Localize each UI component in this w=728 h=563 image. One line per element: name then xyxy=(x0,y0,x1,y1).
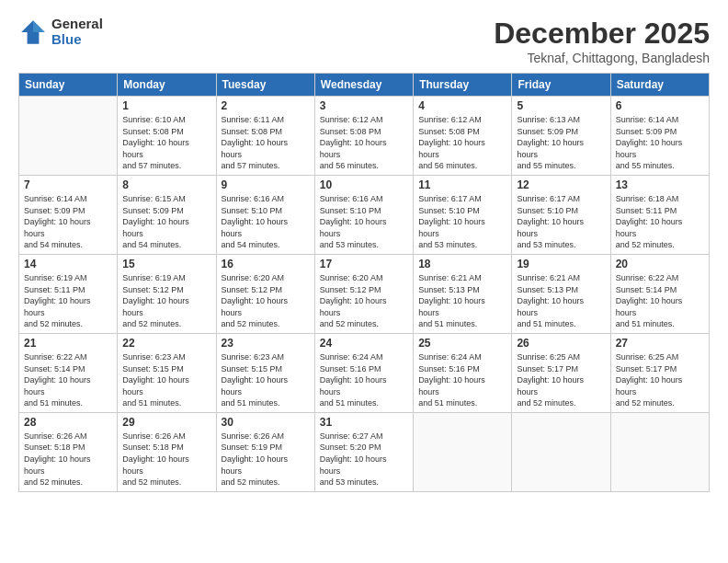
day-number: 31 xyxy=(320,416,408,429)
daylight-line2: and 57 minutes. xyxy=(122,161,181,170)
daylight-line1: Daylight: 10 hours hours xyxy=(122,296,189,317)
sunrise-text: Sunrise: 6:10 AM xyxy=(122,115,186,124)
day-info: Sunrise: 6:20 AMSunset: 5:12 PMDaylight:… xyxy=(222,272,310,330)
sunset-text: Sunset: 5:18 PM xyxy=(122,442,184,452)
day-info: Sunrise: 6:14 AMSunset: 5:09 PMDaylight:… xyxy=(24,193,112,251)
day-number: 25 xyxy=(418,337,506,350)
daylight-line1: Daylight: 10 hours hours xyxy=(517,296,584,317)
daylight-line1: Daylight: 10 hours hours xyxy=(616,375,683,396)
daylight-line1: Daylight: 10 hours hours xyxy=(222,138,289,159)
sunset-text: Sunset: 5:08 PM xyxy=(320,127,381,136)
daylight-line1: Daylight: 10 hours hours xyxy=(320,454,387,476)
sunrise-text: Sunrise: 6:25 AM xyxy=(616,352,679,362)
day-number: 5 xyxy=(517,99,605,112)
daylight-line2: and 56 minutes. xyxy=(418,161,477,170)
sunrise-text: Sunrise: 6:14 AM xyxy=(24,194,87,203)
sunrise-text: Sunrise: 6:21 AM xyxy=(517,273,580,282)
daylight-line1: Daylight: 10 hours hours xyxy=(320,217,387,238)
sunset-text: Sunset: 5:19 PM xyxy=(222,442,283,452)
logo-general-text: General xyxy=(51,17,103,32)
calendar-cell: 31Sunrise: 6:27 AMSunset: 5:20 PMDayligh… xyxy=(314,412,413,491)
daylight-line2: and 52 minutes. xyxy=(222,319,280,328)
sunset-text: Sunset: 5:09 PM xyxy=(517,127,578,136)
day-number: 28 xyxy=(24,416,112,429)
sunrise-text: Sunrise: 6:24 AM xyxy=(320,352,383,362)
daylight-line1: Daylight: 10 hours hours xyxy=(222,454,289,476)
daylight-line2: and 57 minutes. xyxy=(222,161,280,170)
sunset-text: Sunset: 5:14 PM xyxy=(616,285,677,294)
calendar-cell: 13Sunrise: 6:18 AMSunset: 5:11 PMDayligh… xyxy=(610,175,709,254)
daylight-line2: and 52 minutes. xyxy=(517,398,575,408)
logo-icon xyxy=(18,17,48,47)
day-info: Sunrise: 6:15 AMSunset: 5:09 PMDaylight:… xyxy=(122,193,210,251)
daylight-line2: and 51 minutes. xyxy=(418,319,477,328)
day-info: Sunrise: 6:25 AMSunset: 5:17 PMDaylight:… xyxy=(616,351,704,409)
sunset-text: Sunset: 5:13 PM xyxy=(517,285,578,294)
day-info: Sunrise: 6:10 AMSunset: 5:08 PMDaylight:… xyxy=(122,114,210,172)
day-info: Sunrise: 6:13 AMSunset: 5:09 PMDaylight:… xyxy=(517,114,605,172)
daylight-line1: Daylight: 10 hours hours xyxy=(616,138,683,159)
weekday-header-saturday: Saturday xyxy=(610,74,709,97)
sunrise-text: Sunrise: 6:17 AM xyxy=(418,194,482,203)
day-info: Sunrise: 6:20 AMSunset: 5:12 PMDaylight:… xyxy=(320,272,408,330)
day-number: 21 xyxy=(24,337,112,350)
daylight-line1: Daylight: 10 hours hours xyxy=(418,217,485,238)
daylight-line1: Daylight: 10 hours hours xyxy=(222,217,289,238)
sunset-text: Sunset: 5:13 PM xyxy=(418,285,480,294)
day-number: 13 xyxy=(616,178,704,191)
day-number: 10 xyxy=(320,178,408,191)
sunrise-text: Sunrise: 6:22 AM xyxy=(24,352,87,362)
daylight-line1: Daylight: 10 hours hours xyxy=(122,138,189,159)
sunrise-text: Sunrise: 6:16 AM xyxy=(320,194,383,203)
day-info: Sunrise: 6:22 AMSunset: 5:14 PMDaylight:… xyxy=(24,351,112,409)
sunset-text: Sunset: 5:12 PM xyxy=(122,285,184,294)
calendar-cell xyxy=(512,412,610,491)
daylight-line1: Daylight: 10 hours hours xyxy=(24,375,91,396)
day-number: 11 xyxy=(418,178,506,191)
sunset-text: Sunset: 5:12 PM xyxy=(320,285,381,294)
weekday-header-tuesday: Tuesday xyxy=(216,74,314,97)
daylight-line1: Daylight: 10 hours hours xyxy=(24,454,91,476)
sunset-text: Sunset: 5:09 PM xyxy=(616,127,677,136)
daylight-line1: Daylight: 10 hours hours xyxy=(616,217,683,238)
calendar-cell: 8Sunrise: 6:15 AMSunset: 5:09 PMDaylight… xyxy=(118,175,216,254)
sunset-text: Sunset: 5:15 PM xyxy=(122,364,184,373)
daylight-line1: Daylight: 10 hours hours xyxy=(418,296,485,317)
calendar-cell: 12Sunrise: 6:17 AMSunset: 5:10 PMDayligh… xyxy=(512,175,610,254)
day-info: Sunrise: 6:17 AMSunset: 5:10 PMDaylight:… xyxy=(418,193,506,251)
sunset-text: Sunset: 5:16 PM xyxy=(418,364,480,373)
day-number: 22 xyxy=(122,337,210,350)
daylight-line2: and 51 minutes. xyxy=(418,398,477,408)
day-number: 8 xyxy=(122,178,210,191)
daylight-line2: and 51 minutes. xyxy=(222,398,280,408)
calendar-cell: 19Sunrise: 6:21 AMSunset: 5:13 PMDayligh… xyxy=(512,254,610,333)
calendar-week-row: 14Sunrise: 6:19 AMSunset: 5:11 PMDayligh… xyxy=(19,254,710,333)
daylight-line1: Daylight: 10 hours hours xyxy=(616,296,683,317)
daylight-line1: Daylight: 10 hours hours xyxy=(517,138,584,159)
daylight-line1: Daylight: 10 hours hours xyxy=(24,217,91,238)
sunset-text: Sunset: 5:17 PM xyxy=(616,364,677,373)
day-info: Sunrise: 6:24 AMSunset: 5:16 PMDaylight:… xyxy=(418,351,506,409)
sunrise-text: Sunrise: 6:17 AM xyxy=(517,194,580,203)
sunset-text: Sunset: 5:10 PM xyxy=(517,206,578,215)
daylight-line1: Daylight: 10 hours hours xyxy=(122,454,189,476)
day-number: 4 xyxy=(418,99,506,112)
daylight-line2: and 56 minutes. xyxy=(320,161,379,170)
daylight-line2: and 53 minutes. xyxy=(320,477,379,487)
day-info: Sunrise: 6:22 AMSunset: 5:14 PMDaylight:… xyxy=(616,272,704,330)
logo: General Blue xyxy=(18,17,103,47)
daylight-line2: and 52 minutes. xyxy=(616,398,675,408)
sunset-text: Sunset: 5:12 PM xyxy=(222,285,283,294)
calendar-cell: 4Sunrise: 6:12 AMSunset: 5:08 PMDaylight… xyxy=(414,97,512,176)
daylight-line1: Daylight: 10 hours hours xyxy=(320,296,387,317)
sunrise-text: Sunrise: 6:12 AM xyxy=(320,115,383,124)
sunset-text: Sunset: 5:10 PM xyxy=(418,206,480,215)
sunset-text: Sunset: 5:10 PM xyxy=(222,206,283,215)
logo-blue-text: Blue xyxy=(51,32,103,48)
day-number: 1 xyxy=(122,99,210,112)
daylight-line2: and 54 minutes. xyxy=(24,240,83,249)
day-number: 7 xyxy=(24,178,112,191)
day-info: Sunrise: 6:17 AMSunset: 5:10 PMDaylight:… xyxy=(517,193,605,251)
day-info: Sunrise: 6:26 AMSunset: 5:18 PMDaylight:… xyxy=(122,431,210,488)
sunrise-text: Sunrise: 6:25 AM xyxy=(517,352,580,362)
